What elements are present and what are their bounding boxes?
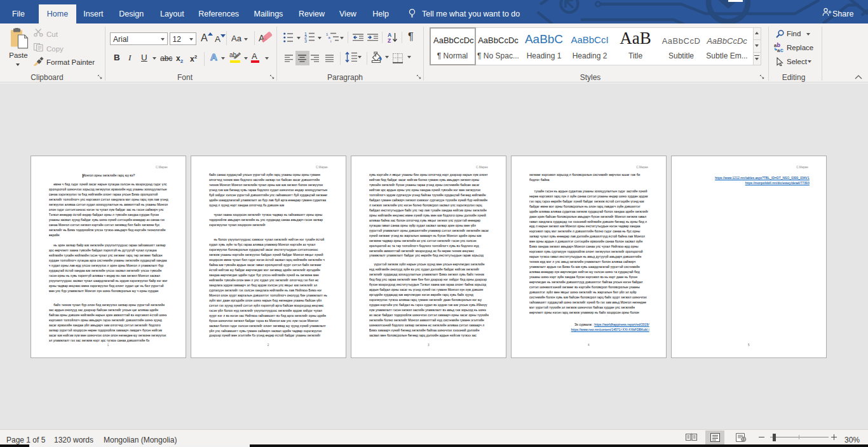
- svg-text:c: c: [780, 47, 783, 53]
- svg-text:3: 3: [304, 39, 307, 43]
- svg-text:i: i: [330, 39, 331, 43]
- svg-text:Z: Z: [388, 37, 391, 43]
